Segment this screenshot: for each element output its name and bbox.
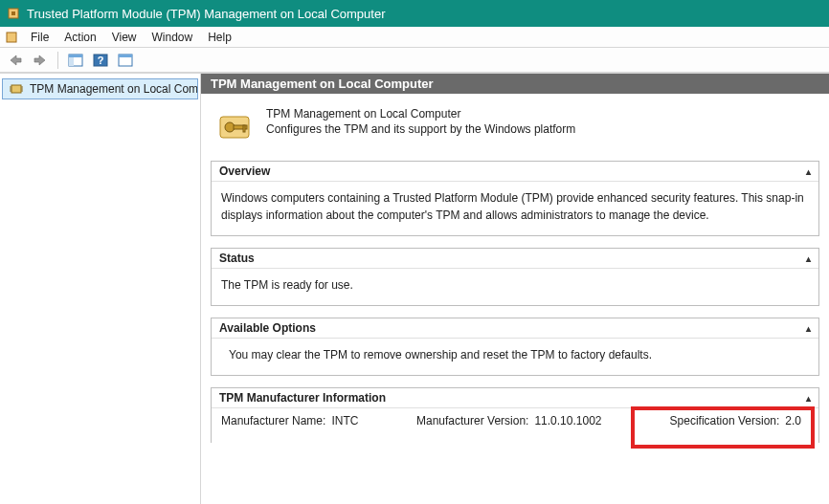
section-overview: Overview ▴ Windows computers containing … xyxy=(211,161,819,236)
manufacturer-version-label: Manufacturer Version: xyxy=(416,414,528,427)
svg-rect-2 xyxy=(7,33,16,42)
section-status-title: Status xyxy=(219,252,255,265)
arrow-right-icon xyxy=(34,55,47,66)
section-overview-title: Overview xyxy=(219,164,270,178)
toolbar: ? xyxy=(0,48,829,73)
specification-version: Specification Version: 2.0 xyxy=(670,414,801,427)
specification-version-value: 2.0 xyxy=(785,414,801,427)
section-manufacturer-title: TPM Manufacturer Information xyxy=(219,391,386,405)
content-pane: TPM Management on Local Computer TPM Man… xyxy=(201,74,829,504)
svg-text:?: ? xyxy=(98,55,104,66)
section-manufacturer: TPM Manufacturer Information ▴ Manufactu… xyxy=(211,387,819,443)
window-titlebar: Trusted Platform Module (TPM) Management… xyxy=(0,0,829,27)
intro-title: TPM Management on Local Computer xyxy=(266,107,575,121)
tpm-chip-icon xyxy=(9,81,24,97)
collapse-caret-icon: ▴ xyxy=(806,393,811,404)
svg-rect-9 xyxy=(119,55,132,57)
window-title: Trusted Platform Module (TPM) Management… xyxy=(27,7,386,21)
app-small-icon xyxy=(4,30,19,45)
window-icon xyxy=(118,54,133,67)
specification-version-label: Specification Version: xyxy=(670,414,780,427)
section-manufacturer-header[interactable]: TPM Manufacturer Information ▴ xyxy=(212,388,818,408)
workspace: TPM Management on Local Compu TPM Manage… xyxy=(0,73,829,504)
manufacturer-version-value: 11.0.10.1002 xyxy=(534,414,601,427)
collapse-caret-icon: ▴ xyxy=(806,323,811,334)
menu-file[interactable]: File xyxy=(23,29,56,46)
menu-help[interactable]: Help xyxy=(200,29,239,46)
forward-button[interactable] xyxy=(29,50,52,71)
section-options: Available Options ▴ You may clear the TP… xyxy=(211,318,819,376)
section-status-header[interactable]: Status ▴ xyxy=(212,249,818,269)
menu-view[interactable]: View xyxy=(104,29,145,46)
app-icon xyxy=(6,6,21,21)
intro-subtitle: Configures the TPM and its support by th… xyxy=(266,122,575,136)
manufacturer-name-label: Manufacturer Name: xyxy=(221,414,325,427)
panel-icon xyxy=(68,54,83,67)
help-button[interactable]: ? xyxy=(89,50,112,71)
help-icon: ? xyxy=(93,54,108,67)
manufacturer-name-value: INTC xyxy=(331,414,358,427)
menu-window[interactable]: Window xyxy=(145,29,201,46)
svg-rect-4 xyxy=(69,55,82,57)
section-options-body: You may clear the TPM to remove ownershi… xyxy=(212,339,818,375)
section-options-header[interactable]: Available Options ▴ xyxy=(212,318,818,339)
collapse-caret-icon: ▴ xyxy=(806,253,811,264)
nav-item-label: TPM Management on Local Compu xyxy=(30,82,198,96)
manufacturer-version: Manufacturer Version: 11.0.10.1002 xyxy=(416,414,656,427)
manufacturer-name: Manufacturer Name: INTC xyxy=(221,414,413,427)
new-window-button[interactable] xyxy=(114,50,137,71)
content-header: TPM Management on Local Computer xyxy=(201,74,829,94)
section-overview-body: Windows computers containing a Trusted P… xyxy=(212,182,818,235)
intro-text: TPM Management on Local Computer Configu… xyxy=(266,107,575,136)
nav-item-tpm-management[interactable]: TPM Management on Local Compu xyxy=(2,78,198,99)
svg-rect-20 xyxy=(243,125,245,132)
intro-block: TPM Management on Local Computer Configu… xyxy=(211,101,819,161)
svg-rect-10 xyxy=(11,85,21,93)
highlight-annotation xyxy=(631,406,815,449)
key-chip-icon xyxy=(214,107,255,147)
arrow-left-icon xyxy=(9,55,22,66)
navigation-pane: TPM Management on Local Compu xyxy=(0,74,201,504)
collapse-caret-icon: ▴ xyxy=(806,166,811,177)
toolbar-separator xyxy=(57,52,58,69)
section-status-body: The TPM is ready for use. xyxy=(212,269,818,305)
svg-rect-1 xyxy=(11,11,15,15)
svg-rect-5 xyxy=(69,57,74,66)
section-options-title: Available Options xyxy=(219,321,316,335)
show-hide-tree-button[interactable] xyxy=(64,50,87,71)
section-overview-header[interactable]: Overview ▴ xyxy=(212,162,818,182)
menu-action[interactable]: Action xyxy=(56,29,103,46)
back-button[interactable] xyxy=(4,50,27,71)
section-status: Status ▴ The TPM is ready for use. xyxy=(211,248,819,306)
manufacturer-row: Manufacturer Name: INTC Manufacturer Ver… xyxy=(212,408,818,443)
content-body: TPM Management on Local Computer Configu… xyxy=(201,94,829,464)
menubar: File Action View Window Help xyxy=(0,27,829,48)
